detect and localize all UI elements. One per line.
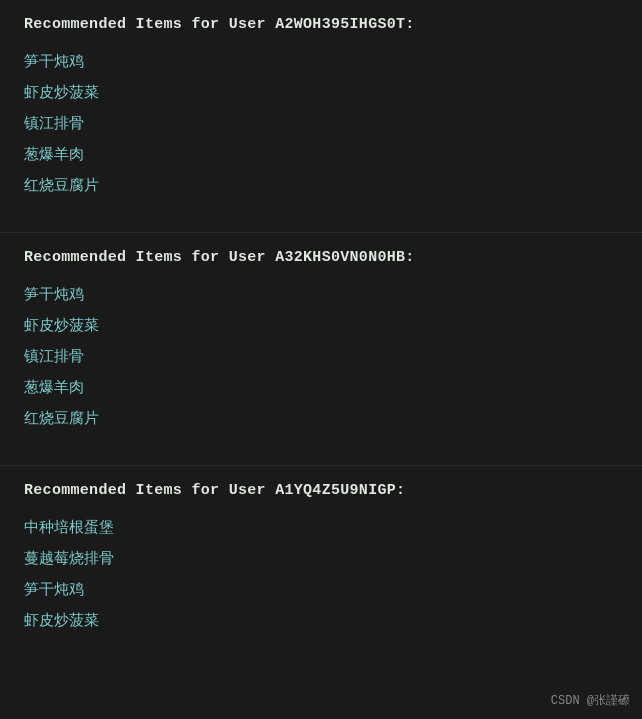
list-item: 红烧豆腐片 xyxy=(24,171,618,202)
list-item: 虾皮炒菠菜 xyxy=(24,78,618,109)
list-item: 笋干炖鸡 xyxy=(24,280,618,311)
list-item: 葱爆羊肉 xyxy=(24,373,618,404)
list-item: 蔓越莓烧排骨 xyxy=(24,544,618,575)
watermark: CSDN @张謹礤 xyxy=(551,692,630,709)
section-section1: Recommended Items for User A2WOH395IHGS0… xyxy=(0,0,642,232)
list-item: 笋干炖鸡 xyxy=(24,575,618,606)
section-header-1: Recommended Items for User A32KHS0VN0N0H… xyxy=(24,249,618,266)
list-item: 中种培根蛋堡 xyxy=(24,513,618,544)
list-item: 镇江排骨 xyxy=(24,109,618,140)
section-header-2: Recommended Items for User A1YQ4Z5U9NIGP… xyxy=(24,482,618,499)
list-item: 虾皮炒菠菜 xyxy=(24,311,618,342)
list-item: 红烧豆腐片 xyxy=(24,404,618,435)
list-item: 镇江排骨 xyxy=(24,342,618,373)
section-header-0: Recommended Items for User A2WOH395IHGS0… xyxy=(24,16,618,33)
list-item: 笋干炖鸡 xyxy=(24,47,618,78)
list-item: 虾皮炒菠菜 xyxy=(24,606,618,637)
section-section3: Recommended Items for User A1YQ4Z5U9NIGP… xyxy=(0,466,642,667)
section-section2: Recommended Items for User A32KHS0VN0N0H… xyxy=(0,233,642,465)
list-item: 葱爆羊肉 xyxy=(24,140,618,171)
